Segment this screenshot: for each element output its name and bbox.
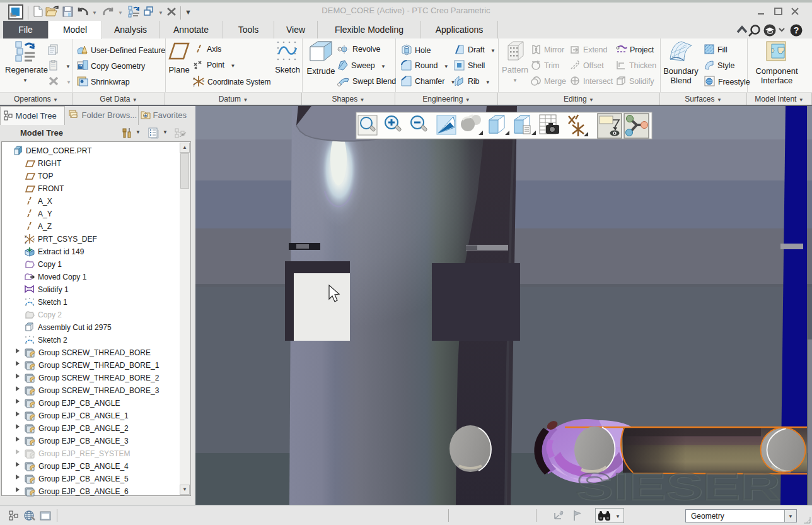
svg-text:y: y (193, 76, 195, 80)
svg-text:?: ? (794, 25, 799, 35)
svg-text:x: x (33, 237, 35, 241)
svg-text:SIESER: SIESER (576, 465, 780, 505)
svg-text:z: z (25, 241, 26, 244)
svg-text:z: z (193, 83, 195, 87)
svg-text:y: y (25, 234, 26, 238)
svg-text:x: x (202, 79, 204, 83)
